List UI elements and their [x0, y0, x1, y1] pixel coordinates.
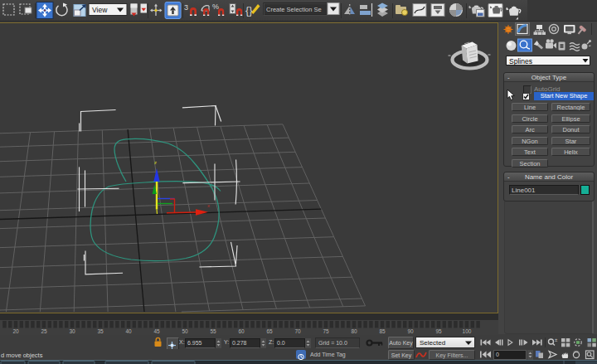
svg-text:x: x [207, 203, 210, 208]
svg-text:40: 40 [125, 328, 132, 334]
svg-text:55: 55 [210, 328, 216, 334]
svg-text:20: 20 [12, 328, 19, 334]
svg-text:25: 25 [41, 328, 47, 334]
svg-text:z: z [154, 160, 157, 165]
svg-text:Create Selection Se: Create Selection Se [266, 6, 322, 13]
svg-text:View: View [92, 6, 108, 14]
svg-text:60: 60 [238, 328, 245, 334]
svg-text:±: ± [555, 337, 558, 342]
svg-text:50: 50 [182, 328, 188, 334]
svg-text:75: 75 [323, 328, 329, 334]
svg-text:70: 70 [294, 328, 301, 334]
svg-text:100: 100 [463, 328, 472, 334]
svg-text:3: 3 [184, 3, 188, 12]
svg-text:80: 80 [351, 328, 357, 334]
svg-text:90: 90 [407, 328, 414, 334]
svg-text:45: 45 [153, 328, 160, 334]
svg-text:95: 95 [435, 328, 442, 334]
svg-text:85: 85 [379, 328, 386, 334]
svg-text:30: 30 [69, 328, 75, 334]
svg-text:{}: {} [245, 4, 253, 17]
svg-text:65: 65 [266, 328, 273, 334]
svg-text:%: % [212, 2, 219, 11]
svg-text:35: 35 [97, 328, 104, 334]
